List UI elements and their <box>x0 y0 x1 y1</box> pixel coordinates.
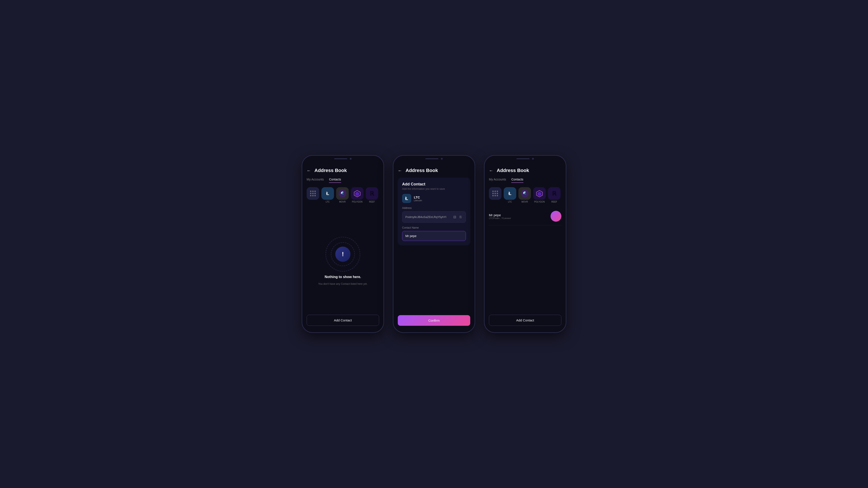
phone-1: ← Address Book My Accounts Contacts <box>302 155 384 333</box>
coin-header-sub: Litecoin <box>414 199 422 202</box>
coin-item-polygon-1[interactable]: POLYGON <box>351 187 364 203</box>
coin-header-info: LTC Litecoin <box>414 195 422 202</box>
coin-icon-reef-3: ℝ <box>548 187 560 200</box>
coin-item-grid-3[interactable] <box>489 187 501 203</box>
add-contact-button-1[interactable]: Add Contact <box>307 315 379 326</box>
contact-name-text: Mr pepe <box>489 213 548 217</box>
exclamation-circle: ! <box>335 247 350 262</box>
coin-item-ltc-3[interactable]: Ł LTC <box>504 187 516 203</box>
coin-label-ltc-1: LTC <box>326 201 330 203</box>
qr-scan-button[interactable]: ⊟ <box>453 214 457 220</box>
phone-notch-3 <box>510 156 540 162</box>
empty-state-1: ! Nothing to show here. You don't have a… <box>307 207 379 315</box>
add-contact-form-card: Add Contact Add the information you want… <box>398 177 470 245</box>
coin-row-3: Ł LTC 🌊 MOVR POLYGON ℝ REEF <box>489 187 561 203</box>
coin-icon-ltc-1: Ł <box>321 187 334 200</box>
tab-my-accounts-3[interactable]: My Accounts <box>489 177 506 183</box>
phone-1-content: ← Address Book My Accounts Contacts <box>302 163 383 332</box>
notch-dot-2 <box>441 158 443 160</box>
grid-dots-1 <box>310 191 316 196</box>
copy-address-button[interactable]: ⎘ <box>459 214 463 220</box>
page-title-3: Address Book <box>497 168 529 173</box>
back-button-2[interactable]: ← <box>398 168 402 173</box>
tab-contacts-1[interactable]: Contacts <box>329 177 341 183</box>
coin-item-polygon-3[interactable]: POLYGON <box>533 187 546 203</box>
contact-list-item-mrpepe[interactable]: Mr pepe LTCPodm...YLwvwvr <box>489 207 561 225</box>
coin-label-reef-3: REEF <box>551 201 557 203</box>
empty-icon-container: ! <box>326 237 360 271</box>
contact-avatar <box>551 211 561 222</box>
coin-icon-movr-3: 🌊 <box>519 187 531 200</box>
coin-icon-grid-3 <box>489 187 501 200</box>
notch-bar-3 <box>517 158 529 159</box>
coin-label-ltc-3: LTC <box>508 201 512 203</box>
coin-label-movr-3: MOVR <box>522 201 528 203</box>
address-value: Podmy8cJB4uSaZEirLRqY5yhYl <box>405 215 451 219</box>
svg-marker-3 <box>355 192 359 196</box>
tab-contacts-3[interactable]: Contacts <box>511 177 523 183</box>
tabs-1: My Accounts Contacts <box>307 177 379 183</box>
coin-icon-polygon-3 <box>533 187 546 200</box>
coin-icon-grid-1 <box>307 187 319 200</box>
form-card-subtitle: Add the information you want to save <box>402 187 466 190</box>
phone-3-content: ← Address Book My Accounts Contacts <box>485 163 566 332</box>
header-1: ← Address Book <box>307 168 379 173</box>
add-contact-wrapper-1: Add Contact <box>307 315 379 328</box>
ltc-coin-header-icon: Ł <box>402 194 411 203</box>
tabs-3: My Accounts Contacts <box>489 177 561 183</box>
add-contact-button-3[interactable]: Add Contact <box>489 315 561 326</box>
contact-name-input[interactable] <box>402 231 466 241</box>
page-title-1: Address Book <box>314 168 347 173</box>
notch-bar <box>334 158 347 159</box>
coin-header-name: LTC <box>414 195 422 199</box>
contact-info: Mr pepe LTCPodm...YLwvwvr <box>489 213 548 220</box>
add-contact-wrapper-3: Add Contact <box>489 315 561 328</box>
coin-header-2: Ł LTC Litecoin <box>402 194 466 203</box>
coin-item-grid-1[interactable] <box>307 187 319 203</box>
tab-my-accounts-1[interactable]: My Accounts <box>307 177 324 183</box>
coin-item-movr-1[interactable]: 🌊 MOVR <box>336 187 349 203</box>
svg-text:🌊: 🌊 <box>523 191 527 195</box>
svg-marker-7 <box>537 192 541 196</box>
coin-item-ltc-1[interactable]: Ł LTC <box>321 187 334 203</box>
back-button-1[interactable]: ← <box>307 168 311 173</box>
coin-item-movr-3[interactable]: 🌊 MOVR <box>519 187 531 203</box>
grid-dots-3 <box>492 191 498 196</box>
coin-label-reef-1: REEF <box>369 201 375 203</box>
phone-notch-1 <box>328 156 358 162</box>
phone-notch-2 <box>419 156 449 162</box>
header-2: ← Address Book <box>398 168 470 173</box>
phone-3: ← Address Book My Accounts Contacts <box>484 155 566 333</box>
coin-row-1: Ł LTC 🌊 MOVR POLYGON ℝ REEF <box>307 187 379 203</box>
coin-icon-movr-1: 🌊 <box>336 187 349 200</box>
phone-2: ← Address Book Add Contact Add the infor… <box>393 155 475 333</box>
coin-item-reef-3[interactable]: ℝ REEF <box>548 187 560 203</box>
coin-label-polygon-1: POLYGON <box>352 201 363 203</box>
coin-item-reef-1[interactable]: ℝ REEF <box>366 187 378 203</box>
coin-label-polygon-3: POLYGON <box>534 201 545 203</box>
notch-dot <box>350 158 351 160</box>
address-field-label: Address <box>402 206 466 209</box>
back-button-3[interactable]: ← <box>489 168 493 173</box>
notch-dot-3 <box>532 158 534 160</box>
header-3: ← Address Book <box>489 168 561 173</box>
form-card-title: Add Contact <box>402 182 466 187</box>
empty-subtitle: You don't have any Contact listed here y… <box>318 282 367 286</box>
contact-name-label: Contact Name <box>402 226 466 229</box>
coin-icon-reef-1: ℝ <box>366 187 378 200</box>
notch-bar-2 <box>425 158 438 159</box>
page-title-2: Address Book <box>406 168 438 173</box>
coin-label-movr-1: MOVR <box>339 201 346 203</box>
confirm-wrapper: Confirm <box>398 315 470 328</box>
svg-text:🌊: 🌊 <box>341 191 344 195</box>
contact-addr-text: LTCPodm...YLwvwvr <box>489 217 548 220</box>
empty-title: Nothing to show here. <box>324 275 361 279</box>
address-field: Podmy8cJB4uSaZEirLRqY5yhYl ⊟ ⎘ <box>402 211 466 223</box>
confirm-button[interactable]: Confirm <box>398 315 470 326</box>
phone-2-content: ← Address Book Add Contact Add the infor… <box>394 163 474 332</box>
coin-icon-ltc-3: Ł <box>504 187 516 200</box>
coin-icon-polygon-1 <box>351 187 364 200</box>
